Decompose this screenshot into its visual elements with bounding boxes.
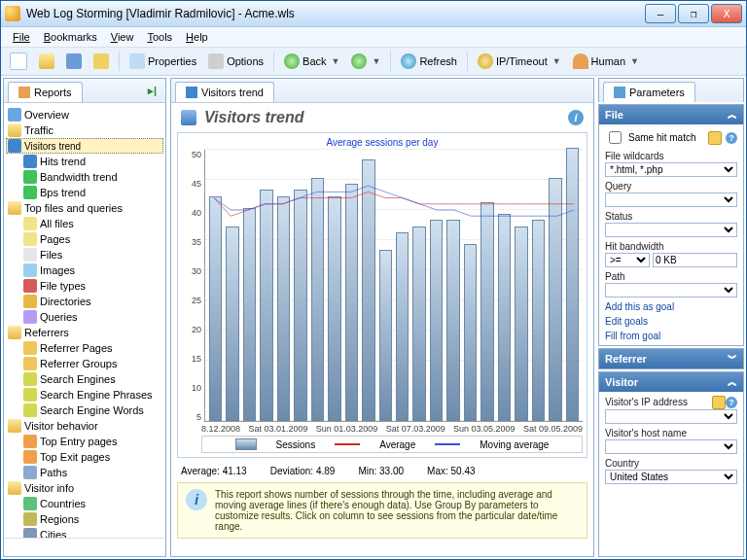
country-select[interactable]: United States: [605, 470, 737, 484]
refresh-button[interactable]: Refresh: [396, 51, 462, 72]
tree-item[interactable]: Referrer Pages: [6, 340, 163, 356]
referrer-panel-header[interactable]: Referrer︾: [599, 349, 743, 368]
tree-item[interactable]: File types: [6, 278, 163, 294]
chart-bar[interactable]: [446, 220, 459, 421]
chart-bar[interactable]: [226, 227, 238, 421]
edit-goals-link[interactable]: Edit goals: [605, 316, 737, 327]
tree-item[interactable]: Search Engine Words: [6, 402, 163, 418]
path-select[interactable]: [605, 283, 737, 298]
tree-item[interactable]: Traffic: [6, 122, 163, 138]
query-select[interactable]: [605, 192, 737, 207]
menu-file[interactable]: File: [7, 29, 36, 45]
tree-item[interactable]: Visitors trend: [6, 138, 163, 154]
chart-bar[interactable]: [412, 227, 425, 421]
chart-plot[interactable]: [204, 150, 583, 422]
chart-bar[interactable]: [311, 178, 324, 421]
menu-tools[interactable]: Tools: [141, 29, 178, 45]
tree-item[interactable]: All files: [6, 216, 163, 231]
properties-button[interactable]: Properties: [124, 51, 201, 72]
chevron-down-icon[interactable]: ▼: [372, 56, 380, 66]
chart-bar[interactable]: [328, 196, 340, 421]
new-button[interactable]: [5, 50, 32, 73]
info-icon[interactable]: i: [568, 110, 584, 125]
chart-bar[interactable]: [209, 196, 222, 421]
tree-item[interactable]: Paths: [6, 465, 163, 480]
help-icon[interactable]: ?: [726, 132, 737, 144]
chart-bar[interactable]: [549, 178, 561, 421]
menu-help[interactable]: Help: [180, 29, 214, 45]
tree-item[interactable]: Referrer Groups: [6, 356, 163, 371]
chevron-down-icon[interactable]: ▼: [552, 56, 561, 66]
help-icon[interactable]: ?: [726, 397, 737, 408]
close-button[interactable]: X: [711, 4, 742, 23]
save-button[interactable]: [61, 51, 87, 72]
chart-bar[interactable]: [243, 208, 256, 421]
tree-item[interactable]: Overview: [6, 107, 163, 122]
tree-item[interactable]: Referrers: [6, 325, 163, 340]
chevron-down-icon[interactable]: ▼: [630, 56, 639, 66]
tree-item[interactable]: Visitor info: [6, 480, 163, 496]
tree-item[interactable]: Search Engines: [6, 371, 163, 387]
same-hit-checkbox[interactable]: [609, 131, 622, 144]
chevron-down-icon[interactable]: ▼: [332, 56, 340, 66]
tree-item[interactable]: Visitor behavior: [6, 418, 163, 434]
visitors-trend-tab[interactable]: Visitors trend: [175, 82, 274, 102]
bandwidth-op-select[interactable]: >=: [605, 253, 650, 267]
lock-icon[interactable]: [712, 396, 726, 409]
wildcards-select[interactable]: *.html, *.php: [605, 162, 737, 177]
chart-bar[interactable]: [345, 184, 358, 421]
host-select[interactable]: [605, 439, 737, 454]
iptimeout-button[interactable]: IP/Timeout▼: [473, 51, 566, 72]
chart-bar[interactable]: [362, 159, 374, 421]
collapse-button[interactable]: ▸|: [143, 82, 161, 100]
file-panel-header[interactable]: File︽: [599, 105, 743, 124]
tree-item[interactable]: Top Entry pages: [6, 434, 163, 449]
tree-item[interactable]: Images: [6, 262, 163, 278]
maximize-button[interactable]: ❐: [678, 4, 709, 23]
fill-goal-link[interactable]: Fill from goal: [605, 331, 737, 341]
open-button[interactable]: [34, 51, 59, 72]
forward-button[interactable]: ▼: [346, 51, 385, 72]
tree-item[interactable]: Countries: [6, 496, 163, 511]
tree-item[interactable]: Files: [6, 247, 163, 262]
chart-bar[interactable]: [379, 250, 392, 421]
title-bar[interactable]: Web Log Storming [Vladimir Radmilovic] -…: [1, 1, 746, 27]
menu-view[interactable]: View: [105, 29, 140, 45]
tree-item[interactable]: Search Engine Phrases: [6, 387, 163, 402]
tree-item[interactable]: Hits trend: [6, 154, 163, 169]
chart-bar[interactable]: [396, 232, 409, 421]
human-button[interactable]: Human▼: [568, 51, 644, 72]
reports-tab[interactable]: Reports: [8, 82, 83, 102]
minimize-button[interactable]: —: [645, 4, 676, 23]
tree-item[interactable]: Directories: [6, 294, 163, 309]
chart-bar[interactable]: [464, 244, 477, 421]
visitor-panel-header[interactable]: Visitor︽: [599, 372, 743, 392]
tree-item[interactable]: Top Exit pages: [6, 449, 163, 465]
tree-item[interactable]: Pages: [6, 231, 163, 247]
tree-item[interactable]: Bandwidth trend: [6, 169, 163, 185]
tree-item[interactable]: Queries: [6, 309, 163, 325]
chart-bar[interactable]: [532, 220, 545, 421]
tree-item[interactable]: Top files and queries: [6, 200, 163, 216]
ip-select[interactable]: [605, 409, 737, 424]
tree-item[interactable]: Regions: [6, 511, 163, 527]
chart-bar[interactable]: [294, 190, 306, 421]
back-button[interactable]: Back▼: [279, 51, 344, 72]
bandwidth-input[interactable]: [653, 253, 737, 267]
reports-tree[interactable]: OverviewTrafficVisitors trendHits trendB…: [4, 103, 165, 538]
add-goal-link[interactable]: Add this as goal: [605, 301, 737, 312]
parameters-tab[interactable]: Parameters: [603, 82, 695, 102]
chart-bar[interactable]: [515, 227, 527, 421]
chart-bar[interactable]: [260, 190, 272, 421]
chart-bar[interactable]: [277, 196, 290, 421]
options-button[interactable]: Options: [203, 51, 268, 72]
status-select[interactable]: [605, 223, 737, 237]
menu-bookmarks[interactable]: Bookmarks: [38, 29, 103, 45]
chart-bar[interactable]: [566, 148, 579, 421]
chart-bar[interactable]: [498, 214, 511, 421]
chart-bar[interactable]: [480, 202, 493, 421]
chart-bar[interactable]: [430, 220, 443, 421]
bookmark-button[interactable]: [89, 51, 114, 72]
tree-item[interactable]: Cities: [6, 527, 163, 538]
lock-icon[interactable]: [708, 131, 722, 145]
